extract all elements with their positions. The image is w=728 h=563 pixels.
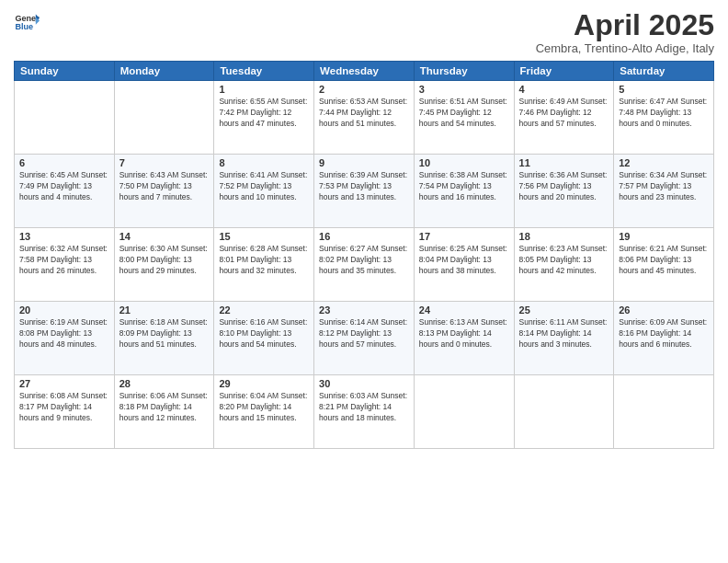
day-number: 17 — [419, 231, 509, 242]
day-info: Sunrise: 6:18 AM Sunset: 8:09 PM Dayligh… — [119, 317, 210, 350]
calendar-week-row: 6Sunrise: 6:45 AM Sunset: 7:49 PM Daylig… — [15, 155, 714, 228]
day-info: Sunrise: 6:43 AM Sunset: 7:50 PM Dayligh… — [119, 170, 210, 203]
day-number: 1 — [219, 84, 309, 95]
col-sunday: Sunday — [15, 62, 115, 81]
day-info: Sunrise: 6:14 AM Sunset: 8:12 PM Dayligh… — [319, 317, 409, 350]
day-info: Sunrise: 6:47 AM Sunset: 7:48 PM Dayligh… — [619, 97, 709, 130]
table-row: 26Sunrise: 6:09 AM Sunset: 8:16 PM Dayli… — [614, 302, 714, 375]
table-row — [514, 375, 614, 449]
table-row: 24Sunrise: 6:13 AM Sunset: 8:13 PM Dayli… — [414, 302, 514, 375]
day-number: 18 — [519, 231, 609, 242]
day-number: 21 — [119, 304, 210, 316]
day-number: 26 — [619, 304, 709, 316]
day-info: Sunrise: 6:34 AM Sunset: 7:57 PM Dayligh… — [619, 170, 709, 203]
table-row: 29Sunrise: 6:04 AM Sunset: 8:20 PM Dayli… — [214, 375, 314, 449]
table-row: 20Sunrise: 6:19 AM Sunset: 8:08 PM Dayli… — [15, 302, 115, 375]
col-friday: Friday — [514, 62, 614, 81]
col-wednesday: Wednesday — [314, 62, 415, 81]
day-number: 22 — [219, 304, 309, 316]
table-row: 27Sunrise: 6:08 AM Sunset: 8:17 PM Dayli… — [15, 375, 115, 449]
day-number: 5 — [619, 84, 709, 95]
day-number: 2 — [319, 84, 409, 95]
logo-icon: General Blue — [14, 9, 40, 35]
day-info: Sunrise: 6:08 AM Sunset: 8:17 PM Dayligh… — [19, 391, 109, 424]
table-row: 28Sunrise: 6:06 AM Sunset: 8:18 PM Dayli… — [114, 375, 214, 449]
day-info: Sunrise: 6:45 AM Sunset: 7:49 PM Dayligh… — [19, 170, 109, 203]
day-info: Sunrise: 6:49 AM Sunset: 7:46 PM Dayligh… — [519, 97, 609, 130]
subtitle: Cembra, Trentino-Alto Adige, Italy — [536, 41, 714, 55]
day-info: Sunrise: 6:06 AM Sunset: 8:18 PM Dayligh… — [119, 391, 210, 424]
day-number: 19 — [619, 231, 709, 242]
col-thursday: Thursday — [414, 62, 514, 81]
table-row: 14Sunrise: 6:30 AM Sunset: 8:00 PM Dayli… — [114, 228, 214, 302]
day-info: Sunrise: 6:19 AM Sunset: 8:08 PM Dayligh… — [19, 317, 109, 350]
table-row: 16Sunrise: 6:27 AM Sunset: 8:02 PM Dayli… — [314, 228, 415, 302]
calendar-week-row: 1Sunrise: 6:55 AM Sunset: 7:42 PM Daylig… — [15, 81, 714, 155]
table-row: 25Sunrise: 6:11 AM Sunset: 8:14 PM Dayli… — [514, 302, 614, 375]
day-info: Sunrise: 6:09 AM Sunset: 8:16 PM Dayligh… — [619, 317, 709, 350]
table-row: 12Sunrise: 6:34 AM Sunset: 7:57 PM Dayli… — [614, 155, 714, 228]
day-info: Sunrise: 6:30 AM Sunset: 8:00 PM Dayligh… — [119, 244, 210, 277]
table-row — [614, 375, 714, 449]
day-info: Sunrise: 6:27 AM Sunset: 8:02 PM Dayligh… — [319, 244, 409, 277]
table-row — [114, 81, 214, 155]
table-row: 18Sunrise: 6:23 AM Sunset: 8:05 PM Dayli… — [514, 228, 614, 302]
calendar-week-row: 27Sunrise: 6:08 AM Sunset: 8:17 PM Dayli… — [15, 375, 714, 449]
day-info: Sunrise: 6:13 AM Sunset: 8:13 PM Dayligh… — [419, 317, 509, 350]
day-info: Sunrise: 6:25 AM Sunset: 8:04 PM Dayligh… — [419, 244, 509, 277]
svg-text:Blue: Blue — [15, 22, 33, 31]
day-info: Sunrise: 6:51 AM Sunset: 7:45 PM Dayligh… — [419, 97, 509, 130]
table-row: 2Sunrise: 6:53 AM Sunset: 7:44 PM Daylig… — [314, 81, 415, 155]
table-row: 8Sunrise: 6:41 AM Sunset: 7:52 PM Daylig… — [214, 155, 314, 228]
table-row — [414, 375, 514, 449]
day-number: 15 — [219, 231, 309, 242]
month-title: April 2025 — [536, 9, 714, 41]
day-info: Sunrise: 6:32 AM Sunset: 7:58 PM Dayligh… — [19, 244, 109, 277]
table-row: 15Sunrise: 6:28 AM Sunset: 8:01 PM Dayli… — [214, 228, 314, 302]
day-number: 14 — [119, 231, 210, 242]
day-number: 12 — [619, 157, 709, 168]
title-block: April 2025 Cembra, Trentino-Alto Adige, … — [536, 9, 714, 55]
day-info: Sunrise: 6:03 AM Sunset: 8:21 PM Dayligh… — [319, 391, 409, 424]
day-number: 23 — [319, 304, 409, 316]
table-row: 11Sunrise: 6:36 AM Sunset: 7:56 PM Dayli… — [514, 155, 614, 228]
day-info: Sunrise: 6:39 AM Sunset: 7:53 PM Dayligh… — [319, 170, 409, 203]
calendar: Sunday Monday Tuesday Wednesday Thursday… — [14, 61, 714, 449]
day-number: 9 — [319, 157, 409, 168]
day-info: Sunrise: 6:38 AM Sunset: 7:54 PM Dayligh… — [419, 170, 509, 203]
day-info: Sunrise: 6:04 AM Sunset: 8:20 PM Dayligh… — [219, 391, 309, 424]
day-number: 28 — [119, 378, 210, 389]
table-row: 19Sunrise: 6:21 AM Sunset: 8:06 PM Dayli… — [614, 228, 714, 302]
table-row: 3Sunrise: 6:51 AM Sunset: 7:45 PM Daylig… — [414, 81, 514, 155]
day-info: Sunrise: 6:55 AM Sunset: 7:42 PM Dayligh… — [219, 97, 309, 130]
day-number: 11 — [519, 157, 609, 168]
day-info: Sunrise: 6:36 AM Sunset: 7:56 PM Dayligh… — [519, 170, 609, 203]
table-row: 1Sunrise: 6:55 AM Sunset: 7:42 PM Daylig… — [214, 81, 314, 155]
table-row — [15, 81, 115, 155]
day-number: 7 — [119, 157, 210, 168]
table-row: 9Sunrise: 6:39 AM Sunset: 7:53 PM Daylig… — [314, 155, 415, 228]
calendar-header-row: Sunday Monday Tuesday Wednesday Thursday… — [15, 62, 714, 81]
day-number: 6 — [19, 157, 109, 168]
day-info: Sunrise: 6:53 AM Sunset: 7:44 PM Dayligh… — [319, 97, 409, 130]
table-row: 6Sunrise: 6:45 AM Sunset: 7:49 PM Daylig… — [15, 155, 115, 228]
day-info: Sunrise: 6:23 AM Sunset: 8:05 PM Dayligh… — [519, 244, 609, 277]
day-number: 10 — [419, 157, 509, 168]
day-info: Sunrise: 6:41 AM Sunset: 7:52 PM Dayligh… — [219, 170, 309, 203]
day-number: 27 — [19, 378, 109, 389]
table-row: 21Sunrise: 6:18 AM Sunset: 8:09 PM Dayli… — [114, 302, 214, 375]
calendar-week-row: 13Sunrise: 6:32 AM Sunset: 7:58 PM Dayli… — [15, 228, 714, 302]
day-number: 29 — [219, 378, 309, 389]
day-number: 3 — [419, 84, 509, 95]
table-row: 10Sunrise: 6:38 AM Sunset: 7:54 PM Dayli… — [414, 155, 514, 228]
logo: General Blue — [14, 9, 40, 35]
day-number: 20 — [19, 304, 109, 316]
table-row: 13Sunrise: 6:32 AM Sunset: 7:58 PM Dayli… — [15, 228, 115, 302]
col-saturday: Saturday — [614, 62, 714, 81]
table-row: 17Sunrise: 6:25 AM Sunset: 8:04 PM Dayli… — [414, 228, 514, 302]
day-number: 13 — [19, 231, 109, 242]
day-info: Sunrise: 6:21 AM Sunset: 8:06 PM Dayligh… — [619, 244, 709, 277]
table-row: 4Sunrise: 6:49 AM Sunset: 7:46 PM Daylig… — [514, 81, 614, 155]
day-info: Sunrise: 6:28 AM Sunset: 8:01 PM Dayligh… — [219, 244, 309, 277]
day-number: 16 — [319, 231, 409, 242]
